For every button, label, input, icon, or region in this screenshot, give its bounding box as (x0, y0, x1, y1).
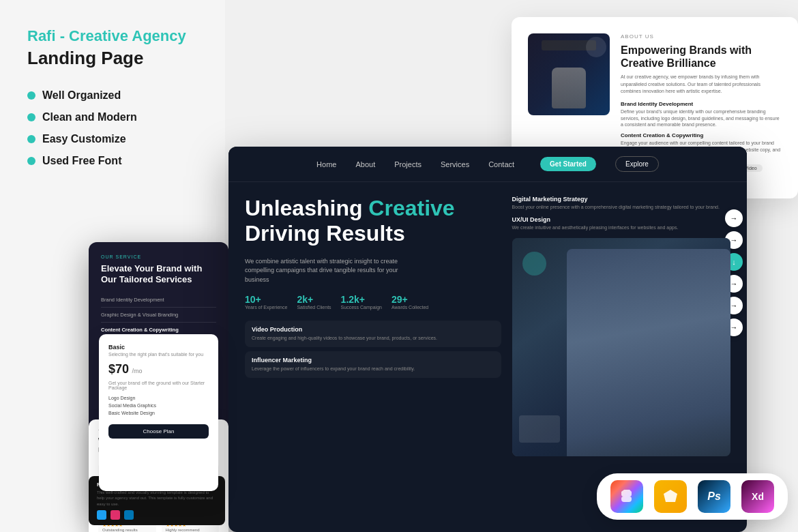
stat-num-clients: 2k+ (297, 294, 331, 305)
digital-marketing-info: Digital Marketing Strategy Boost your on… (512, 196, 730, 231)
tools-card: Ps Xd (597, 473, 788, 520)
stat-num-experience: 10+ (245, 294, 287, 305)
person-graphic (567, 249, 730, 456)
stat-clients: 2k+ Satisfied Clients (297, 294, 331, 310)
nav-contact[interactable]: Contact (488, 160, 514, 168)
pricing-subtitle: Selecting the right plan that's suitable… (108, 352, 209, 357)
laptop-graphic (519, 415, 560, 443)
dm-title: Digital Marketing Strategy (512, 196, 730, 203)
stat-num-awards: 29+ (391, 294, 428, 305)
service-influencer-desc: Leverage the power of influencers to exp… (252, 366, 494, 372)
about-label: ABOUT US (621, 33, 782, 40)
feature-item: Well Organized (27, 89, 198, 102)
hero-image (512, 238, 730, 456)
features-list: Well Organized Clean and Modern Easy Cus… (27, 89, 198, 167)
service-label: OUR SERVICE (101, 254, 216, 259)
stat-label-awards: Awards Collected (391, 305, 428, 310)
service-card-title: Elevate Your Brand with Our Tailored Ser… (101, 263, 216, 284)
dot-icon (27, 91, 35, 100)
pricing-desc: Get your brand off the ground with our S… (108, 381, 209, 390)
circle-graphic (522, 252, 546, 276)
service-influencer-title: Influencer Marketing (252, 357, 494, 364)
ux-desc: We create intuitive and aesthetically pl… (512, 224, 730, 231)
about-image (528, 33, 610, 115)
explore-button[interactable]: Explore (615, 156, 659, 172)
stats-row: 10+ Years of Experience 2k+ Satisfied Cl… (245, 294, 501, 310)
adobexd-icon: Xd (741, 480, 774, 513)
photoshop-icon: Ps (698, 480, 730, 513)
nav-projects[interactable]: Projects (394, 160, 422, 168)
get-started-button[interactable]: Get Started (540, 157, 596, 171)
pricing-feature: Social Media Graphics (108, 402, 209, 409)
hero-title: Unleashing CreativeDriving Results (245, 196, 501, 246)
about-title: Empowering Brands with Creative Brillian… (621, 44, 782, 70)
pricing-feature: Basic Website Design (108, 409, 209, 417)
about-section1-title: Brand Identity Development (621, 101, 782, 107)
arrow-right-btn-1[interactable]: → (725, 209, 743, 227)
footer-text: This well-crafted and visually stunning … (97, 490, 217, 507)
about-description: At our creative agency, we empower brand… (621, 74, 782, 95)
dot-icon (27, 135, 35, 143)
pricing-card: Basic Selecting the right plan that's su… (99, 334, 218, 491)
about-section1-text: Define your brand's unique identity with… (621, 108, 782, 128)
about-hand-graphic (552, 68, 586, 108)
stat-label-campaigns: Success Campaign (341, 305, 382, 310)
sketch-icon (654, 480, 687, 513)
stat-label-clients: Satisfied Clients (297, 305, 331, 310)
dot-icon (27, 113, 35, 121)
instagram-icon (110, 510, 120, 520)
dm-desc: Boost your online presence with a compre… (512, 204, 730, 211)
pricing-plan: Basic (108, 344, 209, 351)
pricing-price: $70 (108, 362, 129, 376)
feature-item: Easy Customize (27, 133, 198, 145)
brand-subtitle: Landing Page (27, 48, 198, 69)
pricing-per: /mo (132, 368, 143, 374)
service-list-item: Graphic Design & Visual Branding (101, 308, 216, 323)
about-section2-title: Content Creation & Copywriting (621, 132, 782, 138)
service-item-video: Video Production Create engaging and hig… (245, 321, 501, 347)
nav-services[interactable]: Services (441, 160, 469, 168)
pricing-amount: $70 /mo (108, 362, 209, 376)
nav-about[interactable]: About (355, 160, 375, 168)
figma-icon (610, 480, 643, 513)
hero-description: We combine artistic talent with strategi… (245, 257, 402, 285)
service-video-title: Video Production (252, 326, 494, 333)
pricing-feature: Logo Design (108, 394, 209, 402)
feature-item: Clean and Modern (27, 111, 198, 123)
review-text-3: Outstanding results (102, 528, 152, 532)
pricing-features: Logo Design Social Media Graphics Basic … (108, 394, 209, 417)
service-item-influencer: Influencer Marketing Leverage the power … (245, 351, 501, 378)
hero-title-line2: Driving Results (245, 221, 405, 246)
stat-num-campaigns: 1.2k+ (341, 294, 382, 305)
hero-left: Unleashing CreativeDriving Results We co… (245, 196, 512, 532)
brand-title: Rafi - Creative Agency (27, 27, 198, 45)
footer-icons (97, 510, 217, 520)
review-text-4: Highly recommend (166, 528, 216, 532)
stat-campaigns: 1.2k+ Success Campaign (341, 294, 382, 310)
ux-title: UX/UI Design (512, 216, 730, 223)
linkedin-icon (124, 510, 134, 520)
nav-bar: Home About Projects Services Contact Get… (228, 147, 747, 182)
svg-marker-0 (664, 490, 677, 502)
twitter-icon (97, 510, 106, 520)
services-block: Video Production Create engaging and hig… (245, 321, 501, 378)
feature-item: Used Free Font (27, 155, 198, 167)
stat-experience: 10+ Years of Experience (245, 294, 287, 310)
hero-title-normal: Unleashing (245, 196, 362, 220)
dot-icon (27, 157, 35, 165)
nav-home[interactable]: Home (316, 160, 336, 168)
service-list-item: Brand Identity Development (101, 293, 216, 308)
stat-awards: 29+ Awards Collected (391, 294, 428, 310)
pricing-button[interactable]: Choose Plan (108, 424, 209, 439)
stat-label-experience: Years of Experience (245, 305, 287, 310)
service-video-desc: Create engaging and high-quality videos … (252, 335, 494, 342)
